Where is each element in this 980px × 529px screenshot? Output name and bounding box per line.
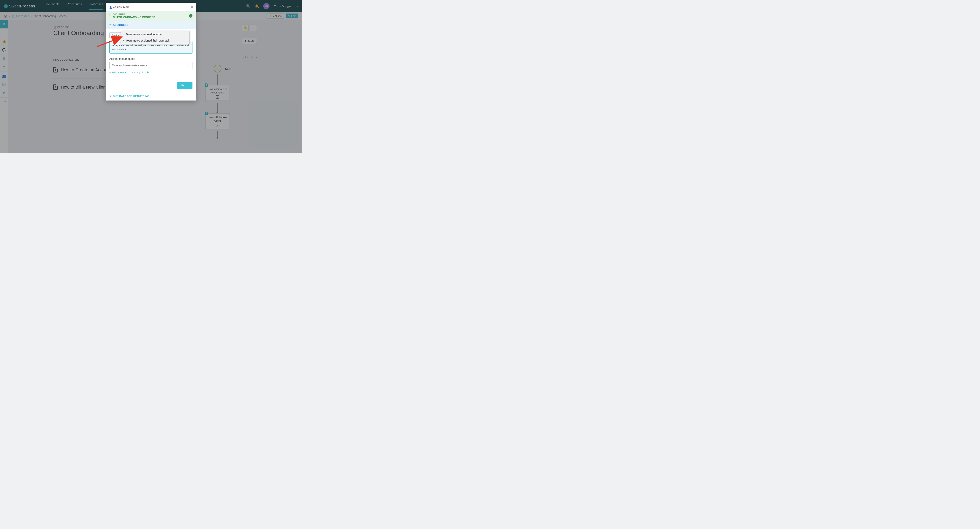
assign-team-label: assign to team — [111, 71, 128, 74]
step-num: 1 — [109, 14, 113, 16]
assign-mode-dropdown: Teammates assigned together Teammates as… — [121, 31, 189, 44]
assign-role-label: assign to role — [134, 71, 149, 74]
next-label: Next — [181, 84, 186, 87]
step-assignees: 2 ASSIGNEES — [106, 21, 196, 29]
modal-tab-title: ASSIGN TASK — [113, 6, 129, 9]
step-label: DUE DATE AND RECURRING — [113, 95, 150, 98]
assign-team-link[interactable]: + assign to team — [109, 71, 128, 74]
step-document[interactable]: 1 DOCUMENT CLIENT ONBOARDING PROCESS ✓ — [106, 11, 196, 21]
step-label: ASSIGNEES — [113, 24, 128, 27]
step-value: CLIENT ONBOARDING PROCESS — [113, 16, 189, 19]
close-icon[interactable]: × — [191, 4, 193, 10]
next-button[interactable]: Next › — [177, 82, 192, 89]
step-label: DOCUMENT — [113, 13, 189, 16]
assign-role-link[interactable]: + assign to role — [132, 71, 149, 74]
step-num: 3 — [109, 95, 113, 98]
teammates-label: Assign to teammates — [109, 57, 192, 60]
check-icon: ✓ — [189, 14, 192, 17]
step-due-date[interactable]: 3 DUE DATE AND RECURRING — [106, 92, 196, 100]
assign-task-modal: 👤 ASSIGN TASK × 1 DOCUMENT CLIENT ONBOAR… — [106, 3, 196, 100]
chevron-down-icon[interactable]: ▾ — [185, 62, 192, 69]
dropdown-option[interactable]: Teammates assigned their own task — [121, 37, 189, 44]
assign-mode-select[interactable]: Assign — [109, 32, 122, 38]
teammates-input[interactable] — [110, 62, 185, 69]
modal-tab: 👤 ASSIGN TASK — [106, 3, 132, 11]
dropdown-option[interactable]: Teammates assigned together — [121, 31, 189, 37]
step-num: 2 — [109, 24, 113, 27]
